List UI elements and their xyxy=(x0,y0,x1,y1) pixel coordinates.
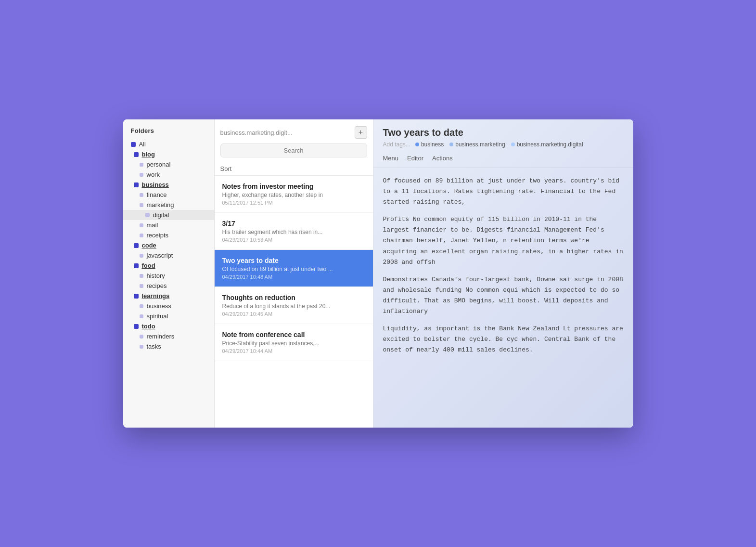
folder-dot-tasks xyxy=(140,345,143,349)
editor-nav: MenuEditorActions xyxy=(383,153,624,164)
editor-nav-editor[interactable]: Editor xyxy=(407,153,428,164)
folder-dot-javascript xyxy=(140,254,143,258)
note-date-2: 04/29/2017 10:53 AM xyxy=(222,237,365,243)
sidebar-item-recipes[interactable]: recipes xyxy=(123,281,214,291)
sidebar-label-reminders: reminders xyxy=(147,333,175,340)
path-text: business.marketing.digit... xyxy=(220,129,355,136)
sidebar-label-marketing: marketing xyxy=(147,201,174,208)
sidebar-item-learnings[interactable]: learnings xyxy=(123,291,214,301)
folder-dot-food xyxy=(134,263,139,268)
folder-dot-code xyxy=(134,243,139,248)
note-date-1: 05/11/2017 12:51 PM xyxy=(222,200,365,206)
folder-dot-marketing xyxy=(140,203,143,207)
note-date-3: 04/29/2017 10:48 AM xyxy=(222,274,365,280)
editor-top: Two years to date Add tags... businessbu… xyxy=(373,119,633,168)
sidebar-item-receipts[interactable]: receipts xyxy=(123,230,214,240)
editor-pane: Two years to date Add tags... businessbu… xyxy=(373,119,633,428)
sidebar-item-todo[interactable]: todo xyxy=(123,321,214,331)
sidebar-label-mail: mail xyxy=(147,221,158,229)
sidebar: Folders Allblogpersonalworkbusinessfinan… xyxy=(123,119,215,428)
sidebar-item-business[interactable]: business xyxy=(123,180,214,190)
folder-dot-receipts xyxy=(140,234,143,237)
editor-tags-row: Add tags... businessbusiness.marketingbu… xyxy=(383,141,624,148)
tag-dot-t3 xyxy=(511,143,515,146)
sidebar-label-code: code xyxy=(142,242,156,249)
sidebar-title: Folders xyxy=(123,127,214,139)
tag-pill-t3[interactable]: business.marketing.digital xyxy=(511,141,583,148)
note-date-5: 04/29/2017 10:44 AM xyxy=(222,348,365,354)
folder-dot-history xyxy=(140,274,143,278)
editor-nav-menu[interactable]: Menu xyxy=(383,153,404,164)
folder-dot-reminders xyxy=(140,335,143,339)
search-input[interactable] xyxy=(220,143,367,157)
add-note-button[interactable]: + xyxy=(355,126,367,139)
folder-dot-todo xyxy=(134,324,139,329)
sidebar-item-learnings-business[interactable]: business xyxy=(123,301,214,311)
sidebar-item-history[interactable]: history xyxy=(123,271,214,281)
note-title-1: Notes from investor meeting xyxy=(222,182,365,190)
notes-list: business.marketing.digit... + Sort Notes… xyxy=(215,119,373,428)
folder-dot-blog xyxy=(134,152,139,157)
note-preview-4: Reduce of a long it stands at the past 2… xyxy=(222,303,365,310)
note-title-4: Thoughts on reduction xyxy=(222,294,365,301)
sidebar-item-personal[interactable]: personal xyxy=(123,159,214,169)
sidebar-item-work[interactable]: work xyxy=(123,169,214,180)
notes-header: business.marketing.digit... + Sort xyxy=(215,119,373,176)
note-item-3[interactable]: Two years to dateOf focused on 89 billio… xyxy=(215,250,373,287)
sidebar-items: Allblogpersonalworkbusinessfinancemarket… xyxy=(123,139,214,352)
sidebar-label-digital: digital xyxy=(153,211,169,219)
tag-label-t1: business xyxy=(421,141,444,148)
tag-label-t3: business.marketing.digital xyxy=(517,141,583,148)
folder-dot-work xyxy=(140,173,143,177)
sidebar-label-learnings: learnings xyxy=(142,292,170,300)
sidebar-item-digital[interactable]: digital xyxy=(123,210,214,220)
sidebar-label-recipes: recipes xyxy=(147,282,167,289)
sidebar-label-history: history xyxy=(147,272,165,279)
sidebar-label-business: business xyxy=(142,181,169,188)
sidebar-item-all[interactable]: All xyxy=(123,139,214,149)
sidebar-item-finance[interactable]: finance xyxy=(123,190,214,200)
sort-label[interactable]: Sort xyxy=(220,162,367,175)
notes-items: Notes from investor meetingHigher, excha… xyxy=(215,176,373,428)
sidebar-item-mail[interactable]: mail xyxy=(123,220,214,230)
editor-paragraph: Demonstrates Canada's four-largest bank,… xyxy=(383,274,624,317)
tag-label-t2: business.marketing xyxy=(455,141,505,148)
folder-dot-learnings xyxy=(134,294,139,299)
note-preview-5: Price-Stability past seven instances,... xyxy=(222,340,365,347)
sidebar-item-food[interactable]: food xyxy=(123,260,214,271)
sidebar-item-code[interactable]: code xyxy=(123,240,214,250)
sidebar-item-blog[interactable]: blog xyxy=(123,149,214,159)
app-window: Folders Allblogpersonalworkbusinessfinan… xyxy=(123,119,633,428)
folder-dot-learnings-business xyxy=(140,304,143,308)
note-item-2[interactable]: 3/17His trailer segment which has risen … xyxy=(215,213,373,250)
sidebar-item-tasks[interactable]: tasks xyxy=(123,341,214,352)
note-item-4[interactable]: Thoughts on reductionReduce of a long it… xyxy=(215,287,373,324)
sidebar-item-javascript[interactable]: javascript xyxy=(123,250,214,260)
editor-paragraph: Profits No common equity of 115 billion … xyxy=(383,214,624,267)
sidebar-label-learnings-business: business xyxy=(147,302,171,310)
note-date-4: 04/29/2017 10:45 AM xyxy=(222,311,365,317)
sidebar-label-finance: finance xyxy=(147,191,167,198)
editor-tags: businessbusiness.marketingbusiness.marke… xyxy=(415,141,583,148)
sidebar-label-tasks: tasks xyxy=(147,343,161,350)
tag-pill-t2[interactable]: business.marketing xyxy=(449,141,505,148)
note-item-1[interactable]: Notes from investor meetingHigher, excha… xyxy=(215,176,373,213)
note-preview-2: His trailer segment which has risen in..… xyxy=(222,229,365,235)
path-bar: business.marketing.digit... + xyxy=(220,126,367,139)
note-title-3: Two years to date xyxy=(222,257,365,264)
sidebar-label-receipts: receipts xyxy=(147,232,169,239)
sidebar-label-all: All xyxy=(139,141,146,148)
editor-title: Two years to date xyxy=(383,127,624,138)
tag-pill-t1[interactable]: business xyxy=(415,141,444,148)
sidebar-item-marketing[interactable]: marketing xyxy=(123,200,214,210)
folder-dot-mail xyxy=(140,223,143,227)
note-item-5[interactable]: Note from conference callPrice-Stability… xyxy=(215,324,373,361)
sidebar-label-work: work xyxy=(147,171,160,178)
sidebar-item-reminders[interactable]: reminders xyxy=(123,331,214,341)
note-preview-3: Of focused on 89 billion at just under t… xyxy=(222,266,365,273)
editor-content[interactable]: Of focused on 89 billion at just under t… xyxy=(373,168,633,428)
add-tags-label[interactable]: Add tags... xyxy=(383,141,410,148)
sidebar-item-spiritual[interactable]: spiritual xyxy=(123,311,214,321)
note-title-2: 3/17 xyxy=(222,220,365,227)
editor-nav-actions[interactable]: Actions xyxy=(432,153,458,164)
